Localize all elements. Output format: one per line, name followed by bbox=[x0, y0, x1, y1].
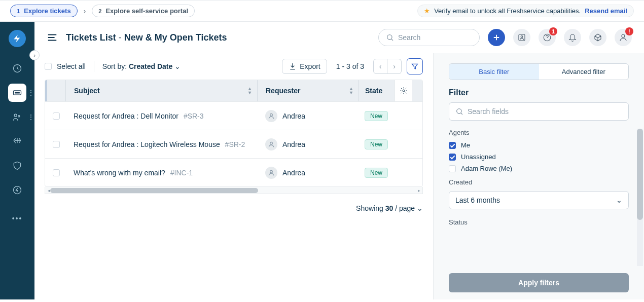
more-dots-icon[interactable]: ⋮ bbox=[27, 113, 34, 121]
column-settings-button[interactable] bbox=[394, 80, 412, 101]
ticket-id: #SR-3 bbox=[182, 112, 204, 120]
status-label: Status bbox=[449, 218, 629, 226]
sort-icon[interactable]: ▴▾ bbox=[350, 87, 352, 95]
apply-filters-button[interactable]: Apply filters bbox=[449, 273, 629, 292]
state-badge: New bbox=[365, 168, 388, 178]
column-requester[interactable]: Requester ▴▾ bbox=[257, 80, 359, 101]
agent-filter-row[interactable]: Adam Rowe (Me) bbox=[449, 165, 629, 172]
horizontal-scrollbar[interactable]: ◂ ▸ bbox=[45, 187, 423, 194]
apps-icon[interactable] bbox=[589, 29, 606, 46]
svg-point-4 bbox=[18, 116, 20, 117]
sort-by-dropdown[interactable]: Sort by: Created Date ⌄ bbox=[102, 62, 181, 70]
logo-icon[interactable] bbox=[9, 30, 26, 47]
svg-point-10 bbox=[622, 34, 625, 37]
contact-icon[interactable] bbox=[513, 29, 530, 46]
agent-checkbox[interactable] bbox=[449, 165, 456, 172]
sidebar-item-security[interactable] bbox=[8, 157, 26, 175]
vertical-scrollbar-thumb[interactable] bbox=[637, 129, 643, 220]
sidebar-item-automation[interactable] bbox=[8, 181, 26, 199]
tour-step-1-num: 1 bbox=[17, 8, 20, 14]
svg-point-6 bbox=[387, 35, 392, 40]
filter-heading: Filter bbox=[434, 88, 644, 102]
row-checkbox[interactable] bbox=[53, 112, 60, 120]
tour-step-1[interactable]: 1 Explore tickets bbox=[10, 5, 78, 17]
agent-checkbox[interactable] bbox=[449, 154, 456, 161]
row-checkbox[interactable] bbox=[53, 169, 60, 176]
ticket-subject[interactable]: What's wrong with my email? bbox=[74, 169, 165, 177]
vertical-scrollbar-track[interactable] bbox=[637, 129, 643, 266]
star-icon: ★ bbox=[424, 7, 430, 15]
select-all-label: Select all bbox=[57, 62, 86, 70]
more-dots-icon[interactable]: ⋮ bbox=[27, 89, 34, 97]
tour-step-2-label: Explore self-service portal bbox=[105, 7, 188, 15]
filter-toggle-button[interactable] bbox=[407, 58, 423, 74]
agent-filter-row[interactable]: Unassigned bbox=[449, 153, 629, 161]
chevron-down-icon: ⌄ bbox=[174, 62, 181, 70]
tour-bar: 1 Explore tickets › 2 Explore self-servi… bbox=[0, 0, 644, 22]
tour-step-1-label: Explore tickets bbox=[24, 7, 71, 15]
filter-search-input[interactable]: Search fields bbox=[449, 102, 629, 121]
prev-page-button[interactable]: ‹ bbox=[373, 59, 387, 74]
avatar-icon bbox=[265, 138, 277, 150]
help-icon[interactable]: 1 bbox=[539, 29, 556, 46]
svg-point-3 bbox=[14, 114, 17, 117]
select-all-checkbox[interactable] bbox=[45, 63, 52, 70]
filter-panel: Basic filter Advanced filter Filter Sear… bbox=[433, 53, 644, 299]
created-label: Created bbox=[449, 178, 629, 186]
svg-point-11 bbox=[403, 90, 405, 92]
table-row[interactable]: Request for Andrea : Logitech Wireless M… bbox=[45, 130, 422, 158]
sidebar-item-more[interactable]: ••• bbox=[8, 209, 26, 228]
agent-label: Unassigned bbox=[461, 153, 496, 161]
sidebar-item-tickets[interactable]: ⋮ bbox=[8, 84, 26, 102]
sort-icon[interactable]: ▴▾ bbox=[248, 87, 251, 95]
column-state[interactable]: State bbox=[359, 80, 394, 101]
sidebar-item-dashboard[interactable] bbox=[8, 59, 26, 78]
avatar-badge: ! bbox=[625, 27, 633, 35]
export-button[interactable]: Export bbox=[282, 59, 327, 74]
sidebar-item-users[interactable]: ⋮ bbox=[8, 108, 26, 126]
page-title: Tickets List - New & My Open Tickets bbox=[66, 32, 227, 43]
agent-filter-row[interactable]: Me bbox=[449, 141, 629, 149]
svg-point-13 bbox=[270, 142, 273, 144]
agent-checkbox[interactable] bbox=[449, 142, 456, 149]
resend-email-link[interactable]: Resend email bbox=[585, 7, 627, 15]
svg-point-5 bbox=[14, 186, 21, 194]
table-row[interactable]: Request for Andrea : Dell Monitor #SR-3 … bbox=[45, 101, 422, 130]
hamburger-icon[interactable] bbox=[47, 32, 58, 43]
avatar-icon bbox=[265, 167, 277, 179]
help-badge: 1 bbox=[549, 27, 557, 35]
table-row[interactable]: What's wrong with my email? #INC-1 Andre… bbox=[45, 158, 422, 186]
requester-name: Andrea bbox=[282, 169, 305, 177]
new-button[interactable] bbox=[488, 29, 505, 46]
next-page-button[interactable]: › bbox=[387, 59, 402, 74]
column-subject[interactable]: Subject ▴▾ bbox=[65, 80, 257, 101]
sidebar-expand-button[interactable]: › bbox=[29, 50, 40, 60]
svg-point-14 bbox=[270, 170, 273, 173]
page-info: 1 - 3 of 3 bbox=[332, 62, 368, 70]
created-select[interactable]: Last 6 months ⌄ bbox=[449, 191, 629, 209]
ticket-subject[interactable]: Request for Andrea : Logitech Wireless M… bbox=[74, 140, 220, 148]
avatar-button[interactable]: ! bbox=[615, 29, 632, 46]
tab-basic-filter[interactable]: Basic filter bbox=[449, 64, 539, 80]
search-input[interactable]: Search bbox=[378, 29, 480, 46]
requester-name: Andrea bbox=[282, 112, 305, 120]
chevron-down-icon: ⌄ bbox=[616, 196, 622, 204]
avatar-icon bbox=[265, 110, 277, 122]
tickets-table: Subject ▴▾ Requester ▴▾ State bbox=[45, 80, 423, 187]
chevron-down-icon[interactable]: ⌄ bbox=[417, 204, 423, 212]
tab-advanced-filter[interactable]: Advanced filter bbox=[539, 64, 629, 80]
toolbar: Select all Sort by: Created Date ⌄ Expor… bbox=[45, 58, 423, 80]
tour-step-2[interactable]: 2 Explore self-service portal bbox=[92, 5, 195, 17]
agent-label: Adam Rowe (Me) bbox=[461, 165, 512, 172]
chevron-right-icon: › bbox=[82, 7, 88, 15]
bell-icon[interactable] bbox=[564, 29, 581, 46]
search-placeholder: Search bbox=[398, 33, 420, 42]
state-badge: New bbox=[365, 139, 388, 149]
row-checkbox[interactable] bbox=[53, 141, 60, 148]
header: Tickets List - New & My Open Tickets Sea… bbox=[34, 22, 644, 53]
ticket-subject[interactable]: Request for Andrea : Dell Monitor bbox=[74, 112, 178, 120]
agent-label: Me bbox=[461, 141, 470, 149]
scroll-right-icon[interactable]: ▸ bbox=[415, 187, 422, 194]
state-badge: New bbox=[365, 111, 388, 121]
sidebar-item-problems[interactable] bbox=[8, 132, 26, 150]
